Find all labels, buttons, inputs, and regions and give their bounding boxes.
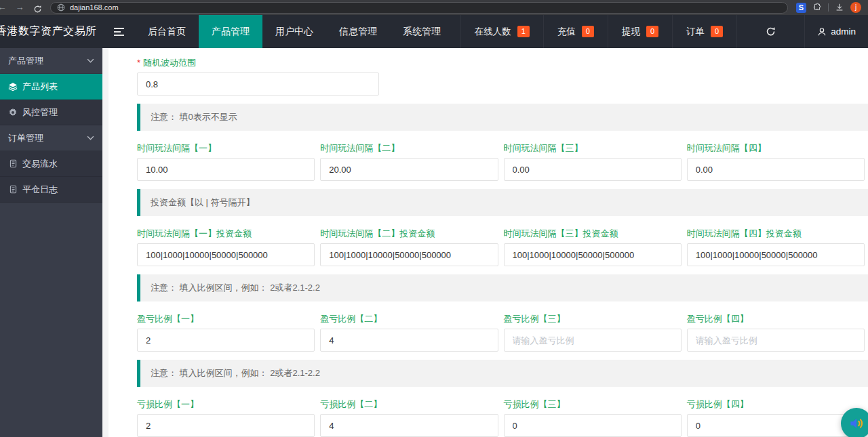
field-label: 时间玩法间隔【四】	[687, 143, 865, 153]
field-label: 盈亏比例【四】	[687, 314, 865, 324]
note-invest-amount: 投资金额【以 | 符号隔开】	[137, 189, 868, 216]
download-icon[interactable]	[835, 3, 844, 12]
sidebar-group-product-management[interactable]: 产品管理	[0, 48, 102, 74]
sidebar: 产品管理 产品列表 风控管理	[0, 48, 102, 437]
main-content: *随机波动范围 注意： 填0表示不显示 时间玩法间隔【一】 时间玩法间隔【二】 …	[102, 48, 868, 437]
interval-2-input[interactable]	[320, 158, 498, 181]
profit-3-input[interactable]	[504, 329, 682, 352]
note-loss-ratio: 注意： 填入比例区间，例如： 2或者2.1-2.2	[137, 360, 868, 387]
status-label: 订单	[686, 26, 705, 38]
note-display-rule: 注意： 填0表示不显示	[137, 104, 868, 131]
field-label: 亏损比例【四】	[687, 399, 865, 409]
site-logo: 香港数字资产交易所	[0, 15, 102, 48]
status-label: 提现	[622, 26, 640, 38]
hamburger-icon	[114, 28, 124, 36]
status-deposits[interactable]: 充值 0	[543, 15, 608, 48]
s-extension-icon[interactable]: S	[796, 3, 806, 13]
field-label: 时间玩法间隔【一】	[137, 143, 315, 153]
browser-reload-icon[interactable]	[30, 2, 45, 14]
field-label: 时间玩法间隔【三】投资金额	[504, 228, 682, 238]
browser-toolbar: ← → dajian168.com S j	[0, 0, 868, 15]
username: admin	[831, 26, 856, 37]
sidebar-group-label: 订单管理	[8, 132, 43, 144]
chevron-down-icon	[87, 58, 94, 63]
sidebar-item-label: 交易流水	[22, 158, 58, 170]
field-interval-2: 时间玩法间隔【二】	[320, 131, 498, 181]
required-mark: *	[137, 58, 140, 68]
field-profit-3: 盈亏比例【三】	[504, 301, 682, 352]
field-label: 时间玩法间隔【二】	[320, 143, 498, 153]
invest-4-input[interactable]	[687, 243, 865, 266]
sidebar-group-order-management[interactable]: 订单管理	[0, 125, 102, 151]
divider	[828, 3, 829, 12]
status-withdrawals[interactable]: 提现 0	[608, 15, 672, 48]
invest-3-input[interactable]	[504, 243, 682, 266]
note-profit-ratio: 注意： 填入比例区间，例如： 2或者2.1-2.2	[137, 274, 868, 301]
loss-1-input[interactable]	[137, 414, 315, 437]
field-loss-2: 亏损比例【二】	[320, 387, 498, 437]
field-profit-4: 盈亏比例【四】	[687, 301, 865, 352]
browser-back-icon[interactable]: ←	[0, 0, 9, 15]
field-loss-4: 亏损比例【四】	[687, 387, 865, 437]
field-label: 时间玩法间隔【四】投资金额	[687, 228, 865, 238]
extensions-puzzle-icon[interactable]	[812, 3, 822, 12]
sidebar-item-label: 产品列表	[22, 81, 58, 93]
sound-fab-button[interactable]	[841, 408, 868, 437]
field-invest-2: 时间玩法间隔【二】投资金额	[320, 216, 498, 266]
field-label: 亏损比例【一】	[137, 399, 315, 409]
field-profit-2: 盈亏比例【二】	[320, 301, 498, 352]
app-header: 香港数字资产交易所 后台首页 产品管理 用户中心 信息管理 系统管理 在线人数 …	[0, 15, 868, 48]
tab-product-management[interactable]: 产品管理	[199, 15, 262, 48]
field-invest-1: 时间玩法间隔【一】投资金额	[137, 216, 315, 266]
interval-3-input[interactable]	[504, 158, 682, 181]
field-label: 时间玩法间隔【一】投资金额	[137, 228, 315, 238]
sidebar-item-risk-management[interactable]: 风控管理	[0, 100, 102, 125]
browser-forward-icon[interactable]: →	[12, 0, 27, 15]
volatility-input[interactable]	[137, 72, 379, 96]
field-profit-1: 盈亏比例【一】	[137, 301, 315, 352]
speaker-icon	[848, 415, 865, 432]
field-label: 盈亏比例【三】	[504, 314, 682, 324]
field-invest-3: 时间玩法间隔【三】投资金额	[504, 216, 682, 266]
invest-1-input[interactable]	[137, 243, 315, 266]
profit-4-input[interactable]	[687, 329, 865, 352]
loss-3-input[interactable]	[504, 414, 682, 437]
sidebar-item-close-position-log[interactable]: 平仓日志	[0, 177, 102, 203]
withdrawals-badge: 0	[646, 26, 658, 37]
sidebar-toggle-button[interactable]	[102, 15, 135, 48]
tab-system-management[interactable]: 系统管理	[390, 15, 454, 48]
loss-2-input[interactable]	[320, 414, 498, 437]
online-users-badge: 1	[517, 26, 530, 37]
sidebar-group-label: 产品管理	[8, 55, 43, 67]
interval-4-input[interactable]	[687, 158, 865, 181]
orders-badge: 0	[711, 26, 723, 37]
profit-1-input[interactable]	[137, 329, 315, 352]
tab-dashboard[interactable]: 后台首页	[135, 15, 199, 48]
invest-2-input[interactable]	[320, 243, 498, 266]
profit-2-input[interactable]	[320, 329, 498, 352]
sidebar-item-label: 平仓日志	[22, 184, 58, 196]
gear-icon	[8, 108, 18, 117]
loss-4-input[interactable]	[687, 414, 865, 437]
tab-info-management[interactable]: 信息管理	[326, 15, 390, 48]
field-label: 亏损比例【二】	[320, 399, 498, 409]
field-label: 时间玩法间隔【三】	[504, 143, 682, 153]
field-label: 亏损比例【三】	[504, 399, 682, 409]
sidebar-item-product-list[interactable]: 产品列表	[0, 74, 102, 100]
layers-icon	[8, 82, 18, 91]
sidebar-item-transaction-flow[interactable]: 交易流水	[0, 151, 102, 177]
browser-profile-avatar[interactable]: j	[850, 2, 861, 13]
user-icon	[817, 27, 827, 37]
user-menu[interactable]: admin	[804, 15, 868, 48]
tab-user-center[interactable]: 用户中心	[262, 15, 326, 48]
sidebar-item-label: 风控管理	[22, 106, 58, 119]
document-icon	[8, 185, 18, 194]
status-orders[interactable]: 订单 0	[672, 15, 736, 48]
site-logo-text: 香港数字资产交易所	[0, 24, 97, 39]
site-info-icon[interactable]	[57, 3, 65, 12]
interval-1-input[interactable]	[137, 158, 315, 181]
refresh-button[interactable]	[736, 15, 804, 48]
status-online-users[interactable]: 在线人数 1	[460, 15, 543, 48]
status-label: 充值	[557, 26, 576, 38]
address-bar[interactable]: dajian168.com	[50, 2, 788, 14]
